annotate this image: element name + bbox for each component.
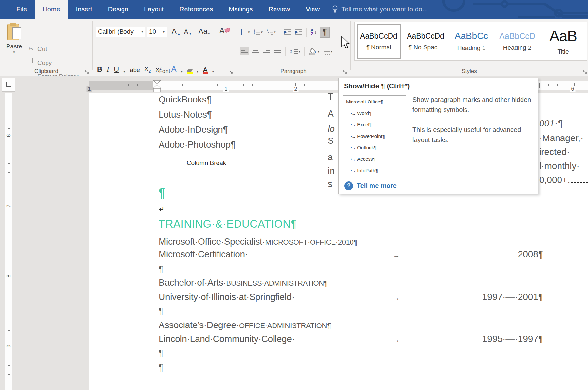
- align-center-button[interactable]: [251, 47, 260, 55]
- change-case-button[interactable]: Aa▾: [199, 27, 210, 36]
- paste-button[interactable]: Paste ▾: [3, 23, 25, 65]
- sort-button[interactable]: AZ ↓: [310, 28, 318, 37]
- borders-grid-icon: [324, 48, 330, 55]
- doc-line[interactable]: Adobe·InDesign¶: [159, 124, 228, 135]
- multilevel-list-dropdown-arrow[interactable]: ▾: [274, 30, 276, 34]
- doc-line[interactable]: Microsoft·Certification·: [159, 249, 248, 260]
- doc-line[interactable]: University·of·Illinois·at·Springfield·: [159, 292, 294, 302]
- font-dialog-launcher-icon[interactable]: [228, 69, 233, 74]
- tab-home[interactable]: Home: [35, 0, 68, 19]
- word-window: File Home Insert Design Layout Reference…: [0, 0, 588, 390]
- align-right-icon: [263, 48, 270, 54]
- font-size-combobox[interactable]: 10 ▾: [147, 27, 167, 37]
- font-size-value: 10: [149, 28, 156, 35]
- doc-line[interactable]: Bachelor·of·Arts·BUSINESS·ADMINISTRATION…: [159, 277, 328, 288]
- grow-font-button[interactable]: A▲: [172, 27, 180, 36]
- doc-line[interactable]: Microsoft·Office·Specialist·MICROSOFT·OF…: [159, 236, 357, 247]
- doc-date[interactable]: 1995·—·1997¶: [482, 334, 543, 344]
- multilevel-list-icon: 1ai: [267, 29, 273, 35]
- font-name-dropdown-arrow[interactable]: ▾: [141, 30, 143, 34]
- doc-date[interactable]: 1997·—·2001¶: [482, 292, 543, 302]
- tell-me-box[interactable]: Tell me what you want to do...: [328, 0, 432, 19]
- tab-layout[interactable]: Layout: [136, 0, 172, 19]
- doc-line[interactable]: Associate’s·Degree·OFFICE·ADMINISTRATION…: [159, 320, 331, 330]
- doc-fragment: T: [328, 91, 333, 102]
- doc-fragment: 001·¶: [539, 118, 562, 129]
- doc-line[interactable]: Lincoln·Land·Community·College·: [159, 334, 295, 344]
- doc-line[interactable]: QuickBooks¶: [159, 94, 211, 105]
- shading-button[interactable]: ▾: [308, 47, 321, 56]
- style-no-spacing[interactable]: AaBbCcDd ¶ No Spac...: [405, 24, 446, 59]
- bullet-tab-icon: •→: [351, 111, 356, 116]
- doc-fragment: A: [328, 108, 334, 119]
- tab-stop-selector[interactable]: [2, 78, 15, 92]
- shading-dropdown-arrow[interactable]: ▾: [318, 49, 320, 54]
- style-heading1[interactable]: AaBbCc Heading 1: [450, 24, 492, 59]
- doc-fragment: lo: [328, 124, 335, 134]
- tab-insert[interactable]: Insert: [68, 0, 100, 19]
- tab-mailings[interactable]: Mailings: [221, 0, 260, 19]
- section-heading[interactable]: TRAINING·&·EDUCATION¶: [159, 218, 297, 230]
- bullets-dropdown-arrow[interactable]: ▾: [248, 30, 250, 34]
- increase-indent-button[interactable]: [294, 28, 303, 36]
- tab-review[interactable]: Review: [261, 0, 298, 19]
- paste-clipboard-icon: [7, 23, 21, 41]
- indent-markers[interactable]: [152, 80, 161, 93]
- preview-line: •→Access¶: [346, 156, 406, 168]
- doc-line[interactable]: Lotus·Notes¶: [159, 109, 212, 120]
- paragraph-dialog-launcher-icon[interactable]: [343, 69, 347, 74]
- tab-references[interactable]: References: [172, 0, 221, 19]
- font-group: Calibri (Body ▾ 10 ▾ A▲ A▼ Aa▾ A B: [93, 19, 236, 76]
- tooltip-description: This is especially useful for advanced l…: [412, 125, 537, 145]
- line-spacing-arrows-icon: ↕: [290, 48, 293, 55]
- doc-date[interactable]: 2008¶: [518, 249, 543, 260]
- tab-view[interactable]: View: [298, 0, 328, 19]
- show-hide-tooltip: Show/Hide ¶ (Ctrl+*) Microsoft·Office¶ •…: [338, 78, 538, 194]
- cut-button[interactable]: ✂ Cut: [28, 46, 47, 53]
- scissors-icon: ✂: [28, 46, 35, 53]
- copy-button[interactable]: Copy: [28, 59, 52, 66]
- horizontal-ruler-margin[interactable]: 1: [89, 81, 153, 90]
- align-left-button[interactable]: [240, 47, 249, 55]
- show-hide-pilcrow-button[interactable]: ¶: [320, 27, 330, 38]
- increase-indent-icon: [295, 29, 302, 35]
- justify-button[interactable]: [273, 47, 282, 55]
- tab-design[interactable]: Design: [100, 0, 136, 19]
- svg-text:a: a: [268, 31, 269, 33]
- font-name-combobox[interactable]: Calibri (Body ▾: [96, 27, 145, 37]
- borders-dropdown-arrow[interactable]: ▾: [331, 49, 333, 54]
- clear-formatting-button[interactable]: A: [219, 27, 230, 35]
- style-heading2[interactable]: AaBbCcD Heading 2: [496, 24, 538, 59]
- styles-group: AaBbCcDd ¶ Normal AaBbCcDd ¶ No Spac... …: [351, 19, 588, 76]
- font-size-dropdown-arrow[interactable]: ▾: [163, 30, 165, 34]
- numbering-button[interactable]: 123 ▾: [253, 28, 264, 36]
- tell-me-more-link[interactable]: Tell me more: [357, 182, 397, 190]
- clipboard-dialog-launcher-icon[interactable]: [85, 69, 89, 74]
- pilcrow-mark: ¶: [159, 186, 165, 200]
- vertical-ruler[interactable]: 6 7 8 9: [5, 93, 12, 390]
- svg-text:i: i: [269, 33, 269, 35]
- style-title[interactable]: AaB Title: [542, 24, 584, 59]
- pilcrow-mark: ¶: [159, 362, 163, 373]
- doc-fragment: s: [328, 179, 332, 189]
- shrink-font-button[interactable]: A▼: [184, 28, 192, 35]
- bullets-button[interactable]: ▾: [240, 28, 251, 36]
- style-normal[interactable]: AaBbCcDd ¶ Normal: [357, 24, 401, 59]
- align-right-button[interactable]: [262, 47, 271, 55]
- numbering-dropdown-arrow[interactable]: ▾: [261, 30, 263, 34]
- borders-button[interactable]: ▾: [323, 47, 334, 56]
- paste-dropdown-arrow[interactable]: ▾: [3, 50, 25, 54]
- line-spacing-button[interactable]: ↕ ▾: [289, 47, 301, 56]
- shrink-font-label: A: [184, 28, 188, 35]
- tab-file[interactable]: File: [9, 0, 35, 19]
- style-heading2-label: Heading 2: [503, 44, 532, 51]
- styles-gallery: AaBbCcDd ¶ Normal AaBbCcDd ¶ No Spac... …: [354, 22, 587, 61]
- line-spacing-dropdown-arrow[interactable]: ▾: [299, 49, 301, 54]
- decrease-indent-button[interactable]: [283, 28, 292, 36]
- styles-group-label: Styles: [351, 68, 588, 75]
- multilevel-list-button[interactable]: 1ai ▾: [266, 28, 277, 36]
- doc-line[interactable]: Adobe·Photoshop¶: [159, 139, 235, 150]
- style-normal-label: ¶ Normal: [366, 44, 391, 51]
- ribbon-tabs: File Home Insert Design Layout Reference…: [0, 0, 432, 19]
- styles-dialog-launcher-icon[interactable]: [583, 69, 587, 74]
